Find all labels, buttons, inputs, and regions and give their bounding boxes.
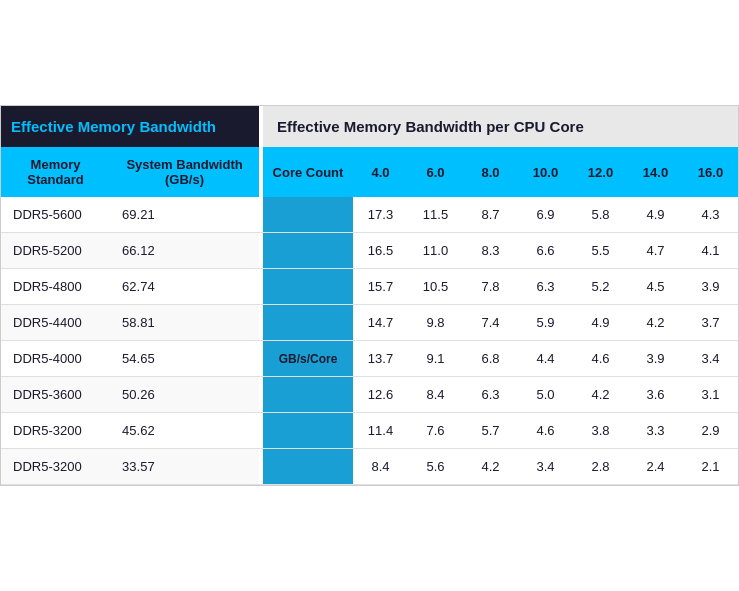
col-8-header: 8.0: [463, 147, 518, 197]
core-10-cell: 6.3: [518, 269, 573, 305]
core-12-cell: 5.2: [573, 269, 628, 305]
memory-standard-cell: DDR5-3600: [1, 377, 110, 413]
core-count-cell: [263, 197, 353, 233]
core-4-cell: 13.7: [353, 341, 408, 377]
core-6-cell: 11.0: [408, 233, 463, 269]
col-16-header: 16.0: [683, 147, 738, 197]
memory-standard-cell: DDR5-5600: [1, 197, 110, 233]
core-8-cell: 7.8: [463, 269, 518, 305]
core-12-cell: 5.8: [573, 197, 628, 233]
core-16-cell: 3.7: [683, 305, 738, 341]
core-count-cell: GB/s/Core: [263, 341, 353, 377]
core-14-cell: 3.9: [628, 341, 683, 377]
core-4-cell: 14.7: [353, 305, 408, 341]
memory-standard-cell: DDR5-3200: [1, 413, 110, 449]
core-12-cell: 2.8: [573, 449, 628, 485]
memory-standard-cell: DDR5-4400: [1, 305, 110, 341]
core-6-cell: 8.4: [408, 377, 463, 413]
core-6-cell: 9.8: [408, 305, 463, 341]
core-10-cell: 5.0: [518, 377, 573, 413]
memory-standard-cell: DDR5-3200: [1, 449, 110, 485]
core-count-cell: [263, 305, 353, 341]
core-10-cell: 4.6: [518, 413, 573, 449]
core-4-cell: 16.5: [353, 233, 408, 269]
core-8-cell: 5.7: [463, 413, 518, 449]
system-bandwidth-header: System Bandwidth (GB/s): [110, 147, 259, 197]
system-bandwidth-cell: 54.65: [110, 341, 259, 377]
effective-memory-bandwidth-header: Effective Memory Bandwidth: [1, 106, 259, 147]
core-14-cell: 4.2: [628, 305, 683, 341]
system-bandwidth-cell: 33.57: [110, 449, 259, 485]
bandwidth-per-core-header: Effective Memory Bandwidth per CPU Core: [263, 106, 738, 147]
table-row: DDR5-560069.2117.311.58.76.95.84.94.3: [1, 197, 738, 233]
core-16-cell: 4.1: [683, 233, 738, 269]
core-count-cell: [263, 449, 353, 485]
core-10-cell: 6.6: [518, 233, 573, 269]
core-12-cell: 5.5: [573, 233, 628, 269]
col-14-header: 14.0: [628, 147, 683, 197]
core-10-cell: 3.4: [518, 449, 573, 485]
core-4-cell: 15.7: [353, 269, 408, 305]
memory-standard-header: Memory Standard: [1, 147, 110, 197]
core-count-cell: [263, 233, 353, 269]
core-4-cell: 17.3: [353, 197, 408, 233]
system-bandwidth-cell: 58.81: [110, 305, 259, 341]
system-bandwidth-cell: 62.74: [110, 269, 259, 305]
core-16-cell: 4.3: [683, 197, 738, 233]
core-4-cell: 8.4: [353, 449, 408, 485]
table-row: DDR5-440058.8114.79.87.45.94.94.23.7: [1, 305, 738, 341]
table-row: DDR5-320033.578.45.64.23.42.82.42.1: [1, 449, 738, 485]
system-bandwidth-cell: 69.21: [110, 197, 259, 233]
memory-standard-cell: DDR5-4800: [1, 269, 110, 305]
core-16-cell: 3.1: [683, 377, 738, 413]
core-10-cell: 4.4: [518, 341, 573, 377]
core-8-cell: 8.7: [463, 197, 518, 233]
system-bandwidth-cell: 66.12: [110, 233, 259, 269]
col-10-header: 10.0: [518, 147, 573, 197]
core-count-header: Core Count: [263, 147, 353, 197]
table-row: DDR5-480062.7415.710.57.86.35.24.53.9: [1, 269, 738, 305]
col-12-header: 12.0: [573, 147, 628, 197]
core-6-cell: 5.6: [408, 449, 463, 485]
memory-standard-cell: DDR5-4000: [1, 341, 110, 377]
core-8-cell: 4.2: [463, 449, 518, 485]
core-count-cell: [263, 269, 353, 305]
system-bandwidth-cell: 50.26: [110, 377, 259, 413]
core-count-cell: [263, 377, 353, 413]
system-bandwidth-cell: 45.62: [110, 413, 259, 449]
core-16-cell: 2.1: [683, 449, 738, 485]
core-14-cell: 3.3: [628, 413, 683, 449]
core-16-cell: 3.4: [683, 341, 738, 377]
table-row: DDR5-320045.6211.47.65.74.63.83.32.9: [1, 413, 738, 449]
core-14-cell: 2.4: [628, 449, 683, 485]
core-6-cell: 10.5: [408, 269, 463, 305]
core-10-cell: 5.9: [518, 305, 573, 341]
core-16-cell: 2.9: [683, 413, 738, 449]
core-8-cell: 6.3: [463, 377, 518, 413]
core-14-cell: 4.5: [628, 269, 683, 305]
core-10-cell: 6.9: [518, 197, 573, 233]
core-16-cell: 3.9: [683, 269, 738, 305]
col-6-header: 6.0: [408, 147, 463, 197]
core-6-cell: 9.1: [408, 341, 463, 377]
core-12-cell: 4.2: [573, 377, 628, 413]
core-6-cell: 7.6: [408, 413, 463, 449]
core-12-cell: 4.9: [573, 305, 628, 341]
core-6-cell: 11.5: [408, 197, 463, 233]
core-4-cell: 11.4: [353, 413, 408, 449]
core-8-cell: 8.3: [463, 233, 518, 269]
core-4-cell: 12.6: [353, 377, 408, 413]
table-row: DDR5-400054.65GB/s/Core13.79.16.84.44.63…: [1, 341, 738, 377]
core-8-cell: 7.4: [463, 305, 518, 341]
memory-standard-cell: DDR5-5200: [1, 233, 110, 269]
core-14-cell: 4.9: [628, 197, 683, 233]
col-4-header: 4.0: [353, 147, 408, 197]
core-12-cell: 4.6: [573, 341, 628, 377]
table-row: DDR5-360050.2612.68.46.35.04.23.63.1: [1, 377, 738, 413]
core-14-cell: 4.7: [628, 233, 683, 269]
main-container: Effective Memory Bandwidth Effective Mem…: [0, 105, 739, 486]
core-8-cell: 6.8: [463, 341, 518, 377]
table-row: DDR5-520066.1216.511.08.36.65.54.74.1: [1, 233, 738, 269]
core-count-cell: [263, 413, 353, 449]
core-14-cell: 3.6: [628, 377, 683, 413]
